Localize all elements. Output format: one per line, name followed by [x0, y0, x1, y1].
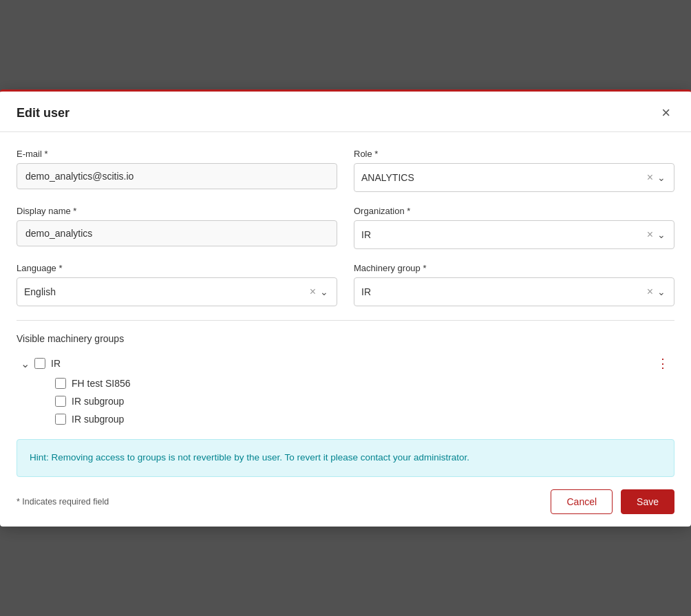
- role-dropdown-button[interactable]: ⌄: [656, 173, 667, 182]
- organization-dropdown-button[interactable]: ⌄: [656, 230, 667, 240]
- email-group: E-mail *: [17, 149, 337, 192]
- role-select-value: ANALYTICS: [361, 172, 644, 183]
- email-label: E-mail *: [17, 149, 337, 159]
- save-button[interactable]: Save: [621, 489, 674, 514]
- machinery-group-label: Machinery group *: [354, 263, 674, 273]
- modal-title: Edit user: [17, 106, 70, 120]
- organization-clear-button[interactable]: ×: [644, 229, 656, 240]
- role-select[interactable]: ANALYTICS × ⌄: [354, 163, 674, 192]
- language-select[interactable]: English × ⌄: [17, 277, 337, 306]
- tree-child-checkbox-1[interactable]: [55, 396, 66, 407]
- tree-child-checkbox-0[interactable]: [55, 378, 66, 389]
- visible-groups-section: Visible machinery groups ⌄ IR ⋮ FH test …: [17, 333, 674, 428]
- cancel-button[interactable]: Cancel: [551, 489, 613, 514]
- machinery-group-clear-button[interactable]: ×: [644, 286, 656, 297]
- language-select-value: English: [24, 286, 307, 297]
- modal-header: Edit user ×: [0, 92, 691, 132]
- modal-overlay: Edit user × E-mail * Role * ANALYTICS × …: [0, 0, 691, 616]
- language-group: Language * English × ⌄: [17, 263, 337, 306]
- organization-select-value: IR: [361, 229, 644, 240]
- tree-children: FH test SI856 IR subgroup IR subgroup: [17, 374, 674, 428]
- organization-label: Organization *: [354, 206, 674, 216]
- role-group: Role * ANALYTICS × ⌄: [354, 149, 674, 192]
- form-row-1: E-mail * Role * ANALYTICS × ⌄: [17, 149, 674, 192]
- hint-text: Hint: Removing access to groups is not r…: [30, 452, 469, 463]
- tree-expand-button[interactable]: ⌄: [17, 355, 33, 372]
- modal-footer: * Indicates required field Cancel Save: [0, 477, 691, 527]
- tree-root-checkbox[interactable]: [34, 358, 45, 369]
- tree-child-row-0: FH test SI856: [55, 374, 674, 392]
- tree-child-checkbox-2[interactable]: [55, 414, 66, 425]
- hint-box: Hint: Removing access to groups is not r…: [17, 439, 674, 476]
- machinery-group-select[interactable]: IR × ⌄: [354, 277, 674, 306]
- tree-child-row-1: IR subgroup: [55, 392, 674, 410]
- display-name-group: Display name *: [17, 206, 337, 249]
- machinery-group-group: Machinery group * IR × ⌄: [354, 263, 674, 306]
- language-dropdown-button[interactable]: ⌄: [319, 287, 330, 297]
- organization-group: Organization * IR × ⌄: [354, 206, 674, 249]
- edit-user-modal: Edit user × E-mail * Role * ANALYTICS × …: [0, 89, 691, 526]
- role-clear-button[interactable]: ×: [644, 172, 656, 183]
- form-row-2: Display name * Organization * IR × ⌄: [17, 206, 674, 249]
- close-button[interactable]: ×: [657, 104, 674, 122]
- footer-actions: Cancel Save: [551, 489, 674, 514]
- form-row-3: Language * English × ⌄ Machinery group *…: [17, 263, 674, 306]
- required-note: * Indicates required field: [17, 497, 109, 507]
- organization-select[interactable]: IR × ⌄: [354, 220, 674, 249]
- machinery-group-select-value: IR: [361, 286, 644, 297]
- visible-groups-title: Visible machinery groups: [17, 333, 674, 344]
- tree-child-label-0: FH test SI856: [72, 378, 674, 389]
- tree-child-label-2: IR subgroup: [72, 414, 674, 425]
- machinery-group-dropdown-button[interactable]: ⌄: [656, 287, 667, 297]
- language-label: Language *: [17, 263, 337, 273]
- modal-body: E-mail * Role * ANALYTICS × ⌄ Display na…: [0, 132, 691, 428]
- email-field[interactable]: [17, 163, 337, 189]
- tree-child-row-2: IR subgroup: [55, 410, 674, 428]
- tree-root-label: IR: [51, 358, 651, 369]
- language-clear-button[interactable]: ×: [307, 286, 319, 297]
- tree-root-row: ⌄ IR ⋮: [17, 352, 674, 374]
- role-label: Role *: [354, 149, 674, 159]
- section-divider: [17, 320, 674, 321]
- display-name-field[interactable]: [17, 220, 337, 246]
- tree-child-label-1: IR subgroup: [72, 396, 674, 407]
- display-name-label: Display name *: [17, 206, 337, 216]
- tree-menu-button[interactable]: ⋮: [651, 357, 674, 370]
